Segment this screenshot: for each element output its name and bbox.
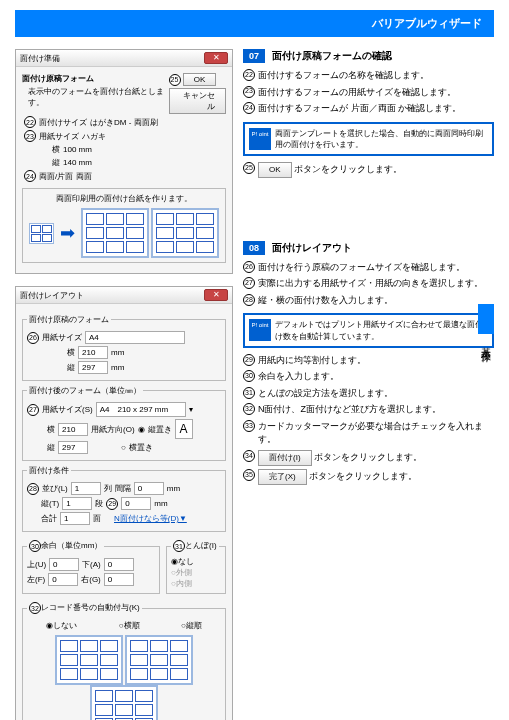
- dialog-title: 面付けレイアウト: [20, 290, 84, 301]
- lbl: 右(G): [81, 574, 101, 585]
- input[interactable]: 1: [71, 482, 101, 495]
- equal-split-link[interactable]: N面付けなら等(D)▼: [114, 513, 187, 524]
- callout-26: 26: [243, 261, 255, 273]
- opt: 内側: [176, 579, 192, 588]
- radio[interactable]: ○: [121, 443, 126, 452]
- input[interactable]: 0: [49, 558, 79, 571]
- button-ref: 面付け(I): [258, 450, 312, 466]
- thumb-after-1: [81, 208, 149, 258]
- arrow-icon: ➡: [56, 223, 79, 243]
- callout-31: 31: [173, 540, 185, 552]
- instruction: ボタンをクリックします。: [312, 452, 423, 462]
- radio[interactable]: ◉: [138, 425, 145, 434]
- field-label: 用紙サイズ: [39, 131, 79, 142]
- instruction: 実際に出力する用紙サイズ・用紙の向きを選択します。: [258, 277, 483, 291]
- unit: mm: [111, 363, 124, 372]
- w-value: 210: [78, 346, 108, 359]
- paper-size-value: A4: [85, 331, 185, 344]
- point-text: 両面テンプレートを選択した場合、自動的に両面同時印刷用の面付けを行います。: [275, 128, 488, 150]
- input[interactable]: 0: [104, 573, 134, 586]
- point-callout: P! oint デフォルトではプリント用紙サイズに合わせて最適な面付け数を自動計…: [243, 313, 494, 347]
- close-icon[interactable]: ✕: [204, 289, 228, 301]
- instruction: とんぼの設定方法を選択します。: [258, 387, 393, 401]
- page-header: バリアブルウィザード: [15, 10, 494, 37]
- field-value: はがきDM - 両面刷: [90, 117, 158, 128]
- instruction: 用紙内に均等割付します。: [258, 354, 366, 368]
- sum-value: 1: [60, 512, 90, 525]
- unit: mm: [167, 484, 180, 493]
- input[interactable]: 0: [134, 482, 164, 495]
- instruction: 縦・横の面付け数を入力します。: [258, 294, 393, 308]
- field-value: ハガキ: [82, 131, 106, 142]
- callout-29: 29: [106, 498, 118, 510]
- order-thumb: [125, 635, 193, 685]
- h-label: 縦: [52, 157, 60, 168]
- instruction: 面付けを行う原稿のフォームサイズを確認します。: [258, 261, 465, 275]
- paper-size-select[interactable]: A4 210 x 297 mm: [96, 402, 186, 417]
- step-title: 面付けレイアウト: [272, 242, 352, 253]
- callout-27: 27: [27, 404, 39, 416]
- callout-22: 22: [243, 69, 255, 81]
- callout-24: 24: [243, 102, 255, 114]
- description: 両面印刷用の面付け台紙を作ります。: [27, 193, 221, 204]
- callout-23: 23: [24, 130, 36, 142]
- callout-34: 34: [243, 450, 255, 462]
- callout-23: 23: [243, 86, 255, 98]
- opt: なし: [178, 557, 194, 566]
- unit: mm: [154, 499, 167, 508]
- lbl: 上(U): [27, 559, 46, 570]
- thumb-before: [29, 223, 54, 244]
- h-label: 縦: [67, 362, 75, 373]
- w-value[interactable]: 210: [58, 423, 88, 436]
- opt: 縦順: [186, 621, 202, 630]
- callout-26: 26: [27, 332, 39, 344]
- w-label: 横: [47, 424, 55, 435]
- unit: 列: [104, 483, 112, 494]
- thumb-after-2: [151, 208, 219, 258]
- opt: 外側: [176, 568, 192, 577]
- h-value: 297: [78, 361, 108, 374]
- group-label: 面付け原稿のフォーム: [27, 314, 111, 325]
- field-label: 合計: [41, 513, 57, 524]
- w-val: 100 mm: [63, 145, 92, 154]
- h-val: 140 mm: [63, 158, 92, 167]
- w-label: 横: [52, 144, 60, 155]
- opt-portrait: 縦置き: [148, 424, 172, 435]
- close-icon[interactable]: ✕: [204, 52, 228, 64]
- point-text: デフォルトではプリント用紙サイズに合わせて最適な面付け数を自動計算しています。: [275, 319, 488, 341]
- step-badge: 08: [243, 241, 265, 255]
- group-label: とんぼ(I): [185, 541, 217, 550]
- side-label: 基本操作: [478, 339, 492, 347]
- instruction: N面付け、Z面付けなど並び方を選択します。: [258, 403, 441, 417]
- field-label: 面付け原稿フォーム: [22, 73, 169, 84]
- input[interactable]: 0: [48, 573, 78, 586]
- cancel-button[interactable]: キャンセル: [169, 88, 226, 114]
- callout-29: 29: [243, 354, 255, 366]
- orientation-icon: A: [175, 419, 193, 439]
- callout-32: 32: [29, 602, 41, 614]
- group-label: 余白（単位mm）: [41, 541, 102, 550]
- group-label: 面付け条件: [27, 465, 71, 476]
- h-value[interactable]: 297: [58, 441, 88, 454]
- callout-30: 30: [243, 370, 255, 382]
- point-icon: P! oint: [249, 319, 271, 341]
- callout-30: 30: [29, 540, 41, 552]
- input[interactable]: 1: [62, 497, 92, 510]
- radio[interactable]: ◉: [171, 557, 178, 566]
- input[interactable]: 0: [121, 497, 151, 510]
- dropdown-icon[interactable]: ▾: [189, 405, 193, 414]
- callout-33: 33: [243, 420, 255, 432]
- w-label: 横: [67, 347, 75, 358]
- callout-32: 32: [243, 403, 255, 415]
- callout-31: 31: [243, 387, 255, 399]
- order-thumb: [90, 685, 158, 720]
- group-label: レコード番号の自動付与(K): [41, 603, 140, 612]
- instruction: カードカッターマークが必要な場合はチェックを入れます。: [258, 420, 494, 447]
- ok-button[interactable]: OK: [183, 73, 217, 86]
- field-value: 両面: [76, 171, 92, 182]
- group-label: 面付け後のフォーム（単位㎜）: [27, 385, 143, 396]
- input[interactable]: 0: [104, 558, 134, 571]
- callout-25: 25: [243, 162, 255, 174]
- orient-label: 用紙方向(O): [91, 424, 135, 435]
- instruction: ボタンをクリックします。: [307, 471, 418, 481]
